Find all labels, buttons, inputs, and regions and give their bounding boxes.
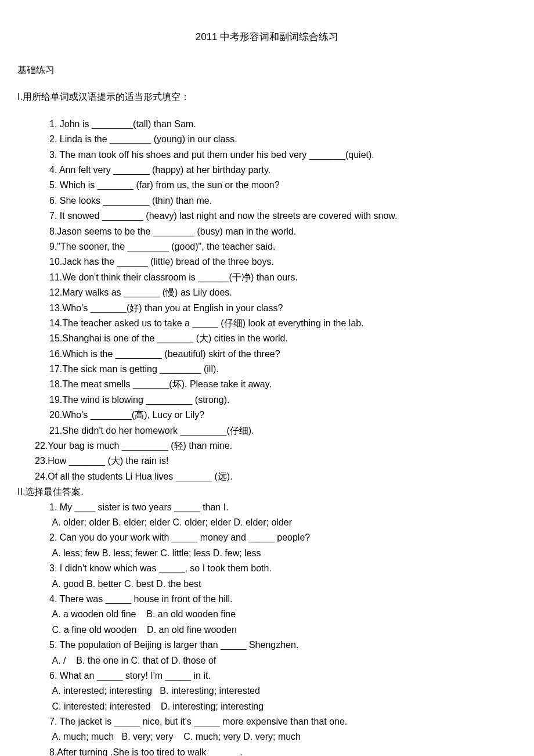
exercise-option: A. a wooden old fine B. an old wooden fi…: [17, 607, 517, 622]
exercise-item: 2. Can you do your work with _____ money…: [17, 530, 517, 545]
exercise-item: 16.Which is the _________ (beautiful) sk…: [17, 347, 517, 362]
exercise-item: 20.Who's ________(高), Lucy or Lily?: [17, 408, 517, 423]
exercise-item: 3. The man took off his shoes and put th…: [17, 147, 517, 163]
exercise-item: 8.After turning .She is too tired to wal…: [17, 745, 517, 756]
exercise-option: A. interested; interesting B. interestin…: [17, 683, 517, 699]
exercise-item: 2. Linda is the ________ (young) in our …: [17, 132, 517, 147]
exercise-option: A. less; few B. less; fewer C. little; l…: [17, 546, 517, 561]
exercise-item: 17.The sick man is getting ________ (ill…: [17, 362, 517, 377]
exercise-item: 1. John is ________(tall) than Sam.: [17, 117, 517, 132]
section1-list: 1. John is ________(tall) than Sam. 2. L…: [17, 117, 517, 484]
section2-heading: II.选择最佳答案.: [17, 484, 517, 499]
exercise-item: 6. She looks _________ (thin) than me.: [17, 193, 517, 208]
exercise-item: 18.The meat smells _______(坏). Please ta…: [17, 377, 517, 392]
exercise-option: A. good B. better C. best D. the best: [17, 577, 517, 592]
exercise-item: 10.Jack has the ______ (little) bread of…: [17, 254, 517, 269]
basic-heading: 基础练习: [17, 63, 517, 78]
exercise-item: 14.The teacher asked us to take a _____ …: [17, 316, 517, 331]
exercise-item: 1. My ____ sister is two years _____ tha…: [17, 500, 517, 515]
exercise-item: 4. There was _____ house in front of the…: [17, 592, 517, 607]
exercise-item: 21.She didn't do her homework _________(…: [17, 423, 517, 438]
exercise-item: 12.Mary walks as _______ (慢) as Lily doe…: [17, 285, 517, 300]
section1-heading: I.用所给单词或汉语提示的适当形式填空：: [17, 89, 517, 105]
exercise-item: 22.Your bag is much _________ (轻) than m…: [17, 438, 517, 453]
exercise-item: 5. Which is _______ (far) from us, the s…: [17, 178, 517, 193]
exercise-item: 23.How _______ (大) the rain is!: [17, 453, 517, 469]
exercise-item: 5. The population of Beijing is larger t…: [17, 638, 517, 653]
exercise-option: C. interested; interested D. interesting…: [17, 699, 517, 714]
exercise-option: A. much; much B. very; very C. much; ver…: [17, 729, 517, 744]
exercise-item: 24.Of all the students Li Hua lives ____…: [17, 469, 517, 484]
page-title: 2011 中考形容词和副词综合练习: [17, 29, 517, 45]
exercise-item: 6. What an _____ story! I'm _____ in it.: [17, 668, 517, 683]
exercise-item: 11.We don't think their classroom is ___…: [17, 270, 517, 285]
exercise-item: 9."The sooner, the ________ (good)", the…: [17, 239, 517, 254]
exercise-item: 7. The jacket is _____ nice, but it's __…: [17, 714, 517, 729]
exercise-item: 7. It snowed ________ (heavy) last night…: [17, 208, 517, 224]
exercise-item: 15.Shanghai is one of the _______ (大) ci…: [17, 331, 517, 346]
exercise-item: 4. Ann felt very _______ (happy) at her …: [17, 163, 517, 178]
exercise-option: C. a fine old wooden D. an old fine wood…: [17, 622, 517, 638]
exercise-option: A. / B. the one in C. that of D. those o…: [17, 653, 517, 668]
exercise-item: 19.The wind is blowing _________ (strong…: [17, 393, 517, 408]
exercise-option: A. older; older B. elder; elder C. older…: [17, 515, 517, 530]
section2-list: 1. My ____ sister is two years _____ tha…: [17, 500, 517, 756]
exercise-item: 3. I didn't know which was _____, so I t…: [17, 561, 517, 576]
exercise-item: 13.Who's _______(好) than you at English …: [17, 301, 517, 316]
exercise-item: 8.Jason seems to be the ________ (busy) …: [17, 224, 517, 239]
